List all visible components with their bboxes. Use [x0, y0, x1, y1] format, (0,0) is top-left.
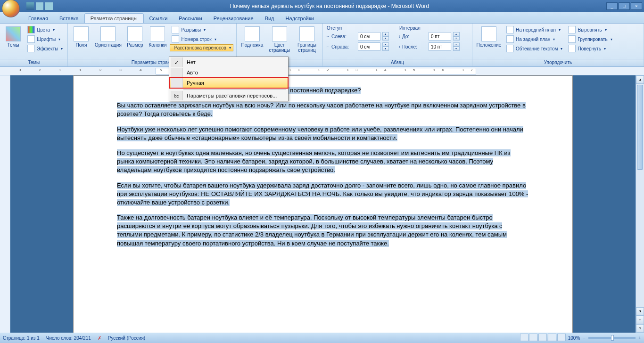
theme-fonts[interactable]: Шрифты [25, 35, 65, 43]
tab-mailings[interactable]: Рассылки [173, 14, 207, 23]
rotate-button[interactable]: Повернуть [566, 44, 614, 53]
maximize-btn[interactable]: □ [619, 2, 630, 10]
text-wrap-icon [506, 45, 514, 52]
scroll-up-icon[interactable]: ▴ [636, 75, 644, 84]
line-numbers-button[interactable]: Номера строк [170, 35, 233, 43]
spin-down[interactable]: ▾ [382, 47, 389, 51]
zoom-handle[interactable] [611, 335, 614, 341]
themes-icon [6, 26, 21, 41]
spacing-before-icon: ↕ [398, 34, 400, 39]
hyphen-manual[interactable]: Ручная [169, 78, 288, 88]
prev-page-icon[interactable]: ◦ [636, 316, 644, 324]
vertical-scrollbar[interactable]: ▴ ▾ ◦ ▿ [636, 75, 644, 333]
view-outline[interactable] [548, 334, 556, 341]
colors-icon [27, 26, 35, 33]
spin-up[interactable]: ▴ [453, 32, 460, 36]
zoom-slider[interactable] [588, 337, 636, 339]
view-draft[interactable] [557, 334, 566, 341]
doc-p3[interactable]: Но существует в ноутбуках одна маленькая… [117, 149, 511, 173]
vertical-ruler[interactable] [0, 75, 10, 333]
zoom-in[interactable]: + [638, 335, 641, 341]
hyphen-options[interactable]: bcПараметры расстановки переносов... [169, 90, 288, 101]
save-icon[interactable] [26, 2, 34, 10]
group-themes: Темы Цвета Шрифты Эффекты Темы [0, 24, 68, 66]
themes-button[interactable]: Темы [3, 25, 24, 49]
menu-separator [183, 89, 286, 90]
align-icon [568, 26, 576, 33]
doc-title[interactable]: а постоянной подзарядке? [285, 87, 361, 94]
hyphen-none[interactable]: ✓Нет [169, 57, 288, 67]
watermark-button[interactable]: Подложка [239, 25, 265, 49]
status-language[interactable]: Русский (Россия) [108, 335, 145, 341]
theme-colors[interactable]: Цвета [25, 25, 65, 34]
window-controls: _ □ × [606, 2, 642, 10]
position-button[interactable]: Положение [475, 25, 503, 49]
spacing-before-input[interactable] [429, 32, 451, 41]
spin-up[interactable]: ▴ [382, 42, 389, 47]
hyphenation-button[interactable]: Расстановка переносов [170, 44, 233, 51]
orientation-icon [100, 26, 116, 41]
statusbar: Страница: 1 из 1 Число слов: 204/211 ✗ Р… [0, 333, 644, 343]
scroll-down-icon[interactable]: ▾ [636, 307, 644, 316]
rotate-icon [568, 45, 576, 52]
text-wrap-button[interactable]: Обтекание текстом [504, 44, 565, 53]
doc-p2[interactable]: Ноутбуки уже несколько лет успешно помог… [117, 126, 523, 141]
doc-p4[interactable]: Если вы хотите, чтобы батарея вашего ноу… [117, 182, 528, 206]
tab-insert[interactable]: Вставка [54, 14, 84, 23]
view-web[interactable] [538, 334, 547, 341]
group-button[interactable]: Группировать [566, 35, 614, 43]
tab-page-layout[interactable]: Разметка страницы [84, 13, 144, 23]
theme-effects[interactable]: Эффекты [25, 44, 65, 53]
zoom-level[interactable]: 100% [568, 335, 580, 341]
spin-down[interactable]: ▾ [453, 47, 460, 51]
minimize-btn[interactable]: _ [606, 2, 618, 10]
document-area[interactable]: а постоянной подзарядке? Вы часто оставл… [10, 75, 636, 333]
spacing-after-input[interactable] [429, 42, 451, 51]
view-print-layout[interactable] [520, 334, 528, 341]
group-icon [568, 35, 576, 43]
columns-button[interactable]: Колонки [147, 25, 168, 49]
ribbon: Темы Цвета Шрифты Эффекты Темы Поля Орие… [0, 24, 644, 67]
office-button[interactable] [2, 0, 20, 17]
spin-down[interactable]: ▾ [453, 36, 460, 41]
status-proofing-icon[interactable]: ✗ [98, 335, 101, 341]
tab-references[interactable]: Ссылки [144, 14, 173, 23]
status-words[interactable]: Число слов: 204/211 [46, 335, 91, 341]
watermark-icon [245, 26, 260, 41]
doc-p1[interactable]: Вы часто оставляете заряжаться ноутбук н… [117, 102, 526, 117]
orientation-button[interactable]: Ориентация [93, 25, 123, 49]
ribbon-tabs: Главная Вставка Разметка страницы Ссылки… [0, 12, 644, 24]
hyphen-auto[interactable]: Авто [169, 67, 288, 78]
undo-icon[interactable] [36, 2, 43, 10]
zoom-out[interactable]: − [583, 335, 586, 341]
status-page[interactable]: Страница: 1 из 1 [3, 335, 40, 341]
view-full-screen[interactable] [529, 334, 537, 341]
quick-access-toolbar [26, 2, 53, 10]
page-color-button[interactable]: Цвет страницы [267, 25, 292, 54]
spin-down[interactable]: ▾ [382, 36, 389, 41]
close-btn[interactable]: × [631, 2, 642, 10]
tab-addins[interactable]: Надстройки [280, 14, 320, 23]
send-back-button[interactable]: На задний план [504, 35, 565, 43]
redo-icon[interactable] [45, 2, 53, 10]
tab-review[interactable]: Рецензирование [208, 14, 259, 23]
margins-button[interactable]: Поля [71, 25, 91, 49]
page: а постоянной подзарядке? Вы часто оставл… [73, 75, 573, 333]
titlebar: Почему нельзя держать ноутбук на постоян… [0, 0, 644, 12]
size-button[interactable]: Размер [124, 25, 145, 49]
bring-front-icon [506, 26, 514, 33]
doc-p5[interactable]: Также на долговечность батареи ноутбука … [117, 214, 507, 247]
indent-right-input[interactable] [358, 42, 380, 51]
spin-up[interactable]: ▴ [453, 42, 460, 47]
scroll-thumb[interactable] [637, 85, 643, 170]
align-button[interactable]: Выровнять [566, 25, 614, 34]
breaks-button[interactable]: Разрывы [170, 25, 233, 34]
page-borders-button[interactable]: Границы страниц [294, 25, 320, 54]
next-page-icon[interactable]: ▿ [636, 324, 644, 333]
tab-view[interactable]: Вид [259, 14, 280, 23]
bring-front-button[interactable]: На передний план [504, 25, 565, 34]
tab-home[interactable]: Главная [23, 14, 54, 23]
spin-up[interactable]: ▴ [382, 32, 389, 36]
indent-left-input[interactable] [358, 32, 380, 41]
horizontal-ruler[interactable]: 3 2 1 1 2 3 4 5 6 7 8 9 10 11 12 13 14 1… [0, 67, 644, 75]
